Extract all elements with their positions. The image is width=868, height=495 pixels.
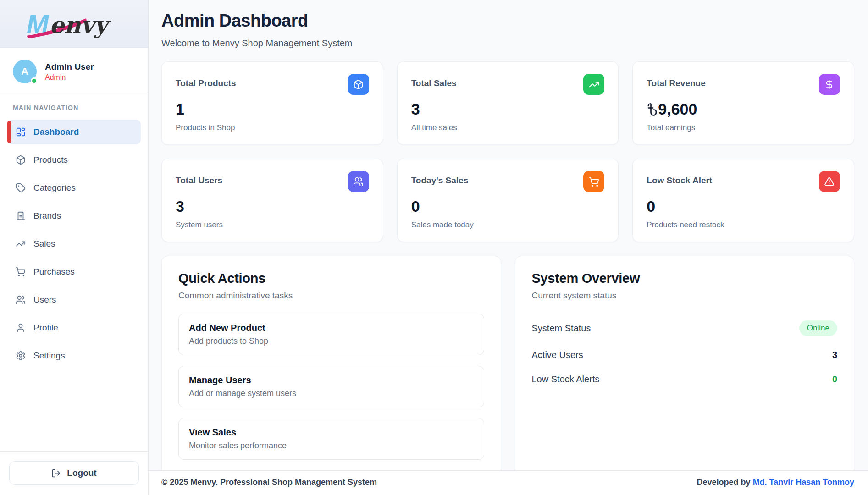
stat-value: 1 [176, 100, 369, 118]
stat-title: Total Sales [411, 74, 457, 88]
stat-subtitle: Sales made today [411, 220, 605, 230]
main-area: Admin Dashboard Welcome to Menvy Shop Ma… [149, 0, 868, 495]
sidebar-item-label: Brands [33, 211, 61, 221]
system-overview-panel: System Overview Current system status Sy… [515, 256, 855, 470]
stat-value: 3 [176, 198, 369, 215]
stat-card-total-products: Total Products 1 Products in Shop [161, 61, 383, 145]
overview-label: Low Stock Alerts [532, 374, 600, 385]
sidebar-item-products[interactable]: Products [7, 148, 141, 172]
action-title: View Sales [189, 427, 474, 438]
sidebar-item-label: Profile [33, 323, 58, 333]
logo-envy-glyph: envy [50, 11, 111, 38]
users-icon [348, 171, 369, 192]
cart-icon [583, 171, 604, 192]
sidebar: M envy A Admin User Admin MAIN NAVIGATIO… [0, 0, 149, 495]
building-icon [16, 211, 26, 221]
developed-by: Developed by Md. Tanvir Hasan Tonmoy [697, 478, 854, 487]
user-name: Admin User [45, 62, 94, 72]
tag-icon [16, 183, 26, 193]
sidebar-item-label: Settings [33, 351, 65, 361]
sidebar-item-profile[interactable]: Profile [7, 315, 141, 340]
sidebar-item-sales[interactable]: Sales [7, 231, 141, 256]
logo-area: M envy [0, 0, 148, 48]
stat-card-total-users: Total Users 3 System users [161, 159, 383, 242]
quick-actions-panel: Quick Actions Common administrative task… [161, 256, 501, 470]
dollar-icon [819, 74, 840, 95]
sidebar-item-settings[interactable]: Settings [7, 343, 141, 368]
page-subtitle: Welcome to Menvy Shop Management System [161, 38, 854, 49]
panels-grid: Quick Actions Common administrative task… [161, 256, 854, 470]
stat-value: 9,600 [647, 100, 840, 118]
stat-card-low-stock-alert: Low Stock Alert 0 Products need restock [632, 159, 854, 242]
stat-subtitle: All time sales [411, 123, 605, 132]
sidebar-bottom: Logout [0, 451, 148, 495]
avatar-initial: A [21, 66, 28, 77]
overview-label: Active Users [532, 350, 583, 360]
sidebar-item-categories[interactable]: Categories [7, 176, 141, 200]
stat-card-total-sales: Total Sales 3 All time sales [397, 61, 619, 145]
page-title: Admin Dashboard [161, 11, 854, 31]
sidebar-item-purchases[interactable]: Purchases [7, 259, 141, 284]
action-title: Add New Product [189, 323, 474, 333]
overview-row-active-users: Active Users 3 [532, 343, 838, 367]
footer: © 2025 Menvy. Professional Shop Manageme… [149, 470, 868, 495]
action-view-sales[interactable]: View Sales Monitor sales performance [178, 418, 484, 460]
overview-value: 3 [832, 350, 837, 360]
package-icon [16, 155, 26, 165]
sidebar-item-label: Purchases [33, 267, 75, 277]
stat-value-number: 9,600 [658, 100, 697, 118]
stat-title: Today's Sales [411, 171, 469, 186]
action-subtitle: Monitor sales performance [189, 441, 474, 451]
dashboard-icon [16, 127, 26, 137]
sidebar-item-label: Categories [33, 183, 76, 193]
panel-title: System Overview [532, 271, 838, 286]
sidebar-item-label: Sales [33, 239, 55, 249]
overview-row-system-status: System Status Online [532, 314, 838, 343]
stat-value: 3 [411, 100, 605, 118]
stat-title: Total Products [176, 74, 236, 88]
stat-subtitle: System users [176, 220, 369, 230]
stat-title: Total Revenue [647, 74, 705, 88]
cart-icon [16, 267, 26, 277]
sidebar-item-users[interactable]: Users [7, 287, 141, 312]
overview-value: 0 [832, 374, 837, 385]
trending-up-icon [16, 239, 26, 249]
status-badge: Online [799, 320, 837, 336]
trending-up-icon [583, 74, 604, 95]
logout-icon [51, 468, 61, 478]
main-navigation: MAIN NAVIGATION Dashboard Products Categ… [0, 93, 148, 371]
developer-link[interactable]: Md. Tanvir Hasan Tonmoy [753, 478, 854, 487]
developed-by-label: Developed by [697, 478, 751, 487]
gear-icon [16, 351, 26, 361]
overview-row-low-stock-alerts: Low Stock Alerts 0 [532, 367, 838, 391]
panel-title: Quick Actions [178, 271, 484, 286]
sidebar-item-label: Dashboard [33, 127, 79, 137]
stat-value: 0 [411, 198, 605, 215]
action-manage-users[interactable]: Manage Users Add or manage system users [178, 366, 484, 407]
online-status-dot [31, 77, 38, 84]
stats-grid: Total Products 1 Products in Shop Total … [161, 61, 854, 242]
action-add-new-product[interactable]: Add New Product Add products to Shop [178, 314, 484, 355]
stat-card-total-revenue: Total Revenue 9,600 Total earni [632, 61, 854, 145]
user-section: A Admin User Admin [0, 48, 148, 93]
sidebar-item-brands[interactable]: Brands [7, 204, 141, 228]
alert-triangle-icon [819, 171, 840, 192]
copyright-text: © 2025 Menvy. Professional Shop Manageme… [161, 478, 377, 487]
action-title: Manage Users [189, 375, 474, 385]
sidebar-item-dashboard[interactable]: Dashboard [7, 120, 141, 144]
stat-subtitle: Total earnings [647, 123, 840, 132]
stat-subtitle: Products need restock [647, 220, 840, 230]
user-icon [16, 323, 26, 333]
package-icon [348, 74, 369, 95]
menvy-logo: M envy [26, 9, 123, 38]
overview-label: System Status [532, 323, 591, 334]
users-icon [16, 295, 26, 305]
logout-label: Logout [67, 468, 96, 478]
action-subtitle: Add products to Shop [189, 336, 474, 346]
action-subtitle: Add or manage system users [189, 389, 474, 398]
sidebar-item-label: Users [33, 295, 56, 305]
sidebar-item-label: Products [33, 155, 68, 165]
stat-value: 0 [647, 198, 840, 215]
taka-symbol [647, 102, 658, 117]
logout-button[interactable]: Logout [9, 461, 139, 485]
